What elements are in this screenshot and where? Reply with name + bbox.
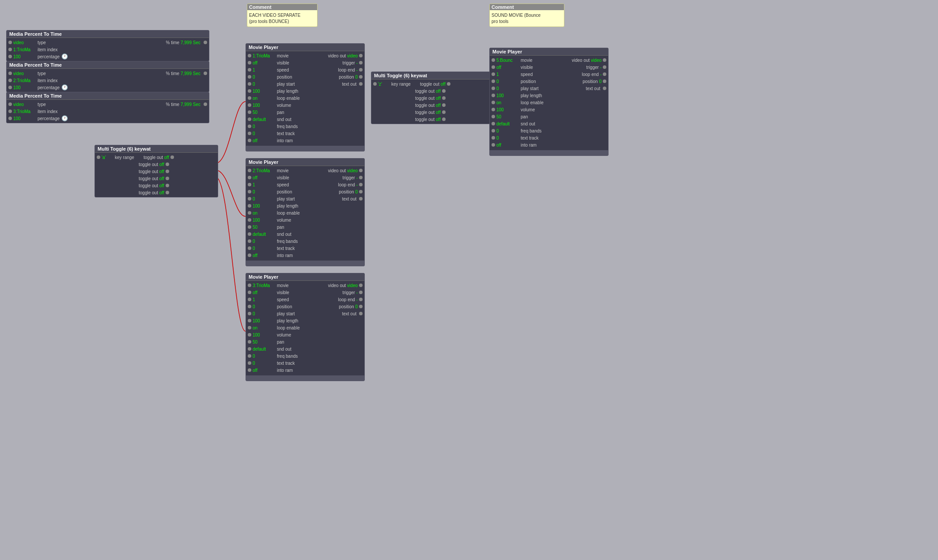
multi-toggle-header-2: Multi Toggle (6) keywat [371,72,490,79]
movie-player-node-4: Movie Player 5:Bounc movie video out vid… [489,48,609,156]
comment-body-1: EACH VIDEO SEPARATE(pro tools BOUNCE) [248,11,316,26]
movie-player-node-3: Movie Player 3:TrioMa movie video out vi… [246,273,365,381]
comment-body-2: SOUND MOVIE (Bouncepro tools [491,11,563,26]
media-percent-node-1: Media Percent To Time video type % time … [6,30,209,61]
media-percent-header-1: Media Percent To Time [7,30,209,38]
media-percent-header-3: Media Percent To Time [7,92,209,100]
media-percent-node-2: Media Percent To Time video type % time … [6,61,209,92]
multi-toggle-node-1: Multi Toggle (6) keywat 'a' key range to… [95,145,218,197]
media-percent-node-3: Media Percent To Time video type % time … [6,92,209,123]
comment-header-1: Comment [247,4,317,10]
movie-player-header-2: Movie Player [246,159,364,166]
multi-toggle-node-2: Multi Toggle (6) keywat 'z' key range to… [371,72,490,124]
movie-player-header-1: Movie Player [246,44,364,51]
comment-header-2: Comment [490,4,564,10]
movie-player-header-3: Movie Player [246,273,364,281]
comment-node-1: Comment EACH VIDEO SEPARATE(pro tools BO… [247,4,318,27]
media-percent-header-2: Media Percent To Time [7,61,209,69]
movie-player-node-1: Movie Player 1:TrioMa movie video out vi… [246,43,365,151]
multi-toggle-header-1: Multi Toggle (6) keywat [95,145,218,153]
movie-player-header-4: Movie Player [490,48,608,56]
movie-player-node-2: Movie Player 2:TrioMa movie video out vi… [246,158,365,266]
comment-node-2: Comment SOUND MOVIE (Bouncepro tools [489,4,564,27]
